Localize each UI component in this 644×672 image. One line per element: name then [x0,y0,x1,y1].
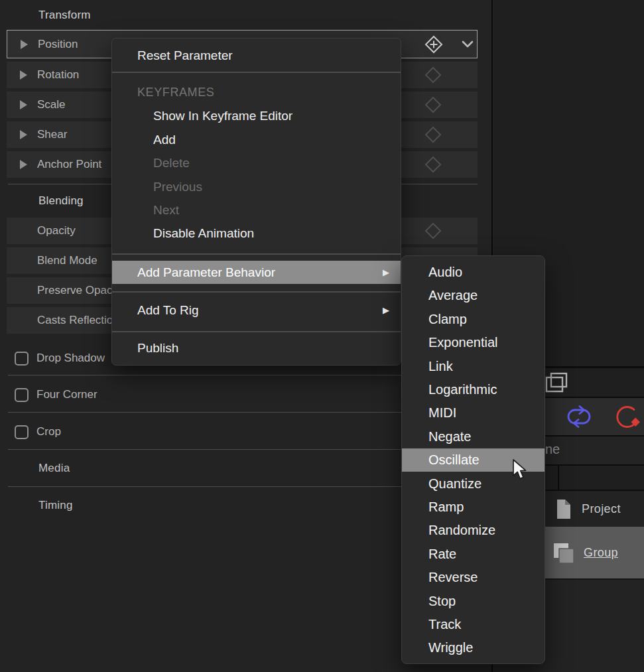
menu-item-add-to-rig[interactable]: Add To Rig ▶ [112,299,401,322]
menu-separator [112,253,401,255]
submenu-item-average[interactable]: Average [402,284,545,307]
project-file-icon [556,499,572,519]
keyframe-diamond-icon[interactable] [423,65,443,85]
record-cycle-icon[interactable] [615,405,642,431]
submenu-arrow-icon: ▶ [383,305,389,315]
submenu-item-negate[interactable]: Negate [402,425,545,448]
menu-item-next-disabled: Next [112,198,401,222]
parameter-label: Scale [37,98,66,111]
submenu-item-ramp[interactable]: Ramp [402,496,545,519]
parameter-label: Anchor Point [37,158,101,171]
submenu-item-rate[interactable]: Rate [402,543,545,566]
menu-item-publish[interactable]: Publish [112,336,401,360]
section-header-timing: Timing [38,499,73,512]
loop-playback-icon[interactable] [566,405,592,428]
parameter-label: Blend Mode [37,254,97,267]
submenu-item-audio[interactable]: Audio [402,261,545,284]
layers-row-label: Group [584,546,618,560]
parameter-label: Rotation [37,68,79,82]
truncated-label: ne [545,442,560,457]
parameter-label: Opacity [37,224,76,237]
menu-separator [112,331,401,332]
keyframe-diamond-icon[interactable] [423,221,443,241]
layers-row-label: Project [582,502,621,516]
section-header-transform: Transform [38,9,91,22]
checkbox-label: Crop [36,425,61,438]
parameter-label: Shear [37,128,67,141]
checkbox-row-drop-shadow[interactable]: Drop Shadow [15,350,105,366]
parameter-label: Position [38,38,78,51]
parameter-label: Preserve Opacity [37,284,123,297]
submenu-arrow-icon: ▶ [383,267,389,277]
submenu-item-randomize[interactable]: Randomize [402,519,545,542]
add-keyframe-diamond-icon[interactable] [424,34,444,54]
menu-group-header-keyframes: KEYFRAMES [112,81,401,104]
submenu-item-link[interactable]: Link [402,355,545,378]
checkbox-row-crop[interactable]: Crop [15,424,61,440]
submenu-item-wriggle[interactable]: Wriggle [402,636,545,659]
checkbox-row-four-corner[interactable]: Four Corner [15,387,97,403]
checkbox-unchecked-icon[interactable] [15,352,29,366]
disclosure-triangle-icon[interactable] [20,100,27,109]
menu-item-add[interactable]: Add [112,128,401,151]
menu-item-show-in-keyframe-editor[interactable]: Show In Keyframe Editor [112,104,401,127]
submenu-item-logarithmic[interactable]: Logarithmic [402,378,545,401]
menu-item-delete-disabled: Delete [112,151,401,174]
checkbox-unchecked-icon[interactable] [15,388,29,402]
keyframe-diamond-icon[interactable] [423,155,443,174]
checkbox-label: Four Corner [36,388,97,401]
submenu-item-reverse[interactable]: Reverse [402,566,545,589]
motion-inspector-screen: Transform Position Rotation Scale Shear … [0,0,644,672]
section-header-media: Media [38,462,70,475]
menu-separator [112,291,401,293]
layers-row-project[interactable]: Project [543,491,644,527]
pointer-cursor-icon [511,458,529,481]
menu-item-add-parameter-behavior[interactable]: Add Parameter Behavior ▶ [112,261,401,284]
group-layers-icon [552,539,576,566]
menu-item-previous-disabled: Previous [112,175,401,198]
canvas-overlap-icon[interactable] [545,372,568,393]
layers-row-group-highlighted[interactable]: Group [543,527,644,578]
menu-item-reset-parameter[interactable]: Reset Parameter [112,44,401,68]
disclosure-triangle-icon[interactable] [20,70,27,80]
keyframe-diamond-icon[interactable] [423,125,443,145]
chevron-down-icon[interactable] [461,40,474,48]
menu-separator [112,72,401,73]
checkbox-label: Drop Shadow [36,352,105,365]
submenu-item-track[interactable]: Track [402,613,545,636]
submenu-item-midi[interactable]: MIDI [402,401,545,425]
submenu-item-exponential[interactable]: Exponential [402,331,545,354]
panel-divider [558,466,559,491]
menu-item-disable-animation[interactable]: Disable Animation [112,222,401,245]
disclosure-triangle-icon[interactable] [20,130,27,139]
disclosure-triangle-icon[interactable] [21,40,28,49]
parameter-context-menu: Reset Parameter KEYFRAMES Show In Keyfra… [111,38,401,366]
disclosure-triangle-icon[interactable] [20,160,27,169]
submenu-item-clamp[interactable]: Clamp [402,308,545,331]
section-header-blending: Blending [38,194,84,208]
checkbox-unchecked-icon[interactable] [15,425,29,439]
submenu-item-stop[interactable]: Stop [402,590,545,613]
keyframe-diamond-icon[interactable] [423,95,443,115]
parameter-label: Casts Reflection [37,314,119,327]
